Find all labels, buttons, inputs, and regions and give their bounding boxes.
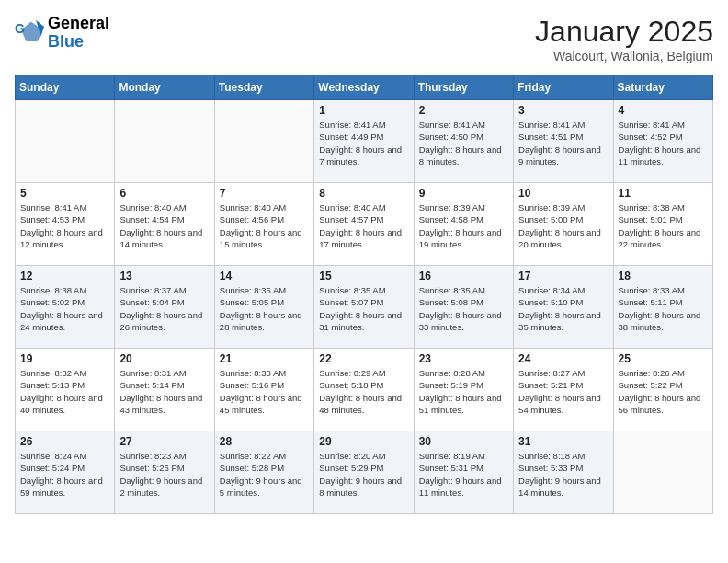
calendar-cell: 8Sunrise: 8:40 AM Sunset: 4:57 PM Daylig… — [314, 183, 414, 266]
day-number: 16 — [419, 270, 508, 282]
location-title: Walcourt, Wallonia, Belgium — [535, 49, 713, 63]
weekday-header-thursday: Thursday — [414, 75, 513, 100]
day-number: 25 — [619, 352, 708, 365]
day-info: Sunrise: 8:41 AM Sunset: 4:52 PM Dayligh… — [619, 119, 708, 167]
day-number: 27 — [119, 435, 209, 448]
day-info: Sunrise: 8:33 AM Sunset: 5:11 PM Dayligh… — [619, 284, 708, 333]
day-number: 19 — [20, 352, 109, 365]
day-info: Sunrise: 8:38 AM Sunset: 5:01 PM Dayligh… — [619, 201, 708, 250]
calendar-cell: 23Sunrise: 8:28 AM Sunset: 5:19 PM Dayli… — [414, 349, 513, 431]
day-number: 17 — [518, 270, 608, 282]
day-number: 30 — [419, 435, 508, 448]
weekday-header-wednesday: Wednesday — [314, 75, 414, 100]
day-number: 24 — [518, 352, 608, 365]
day-info: Sunrise: 8:39 AM Sunset: 5:00 PM Dayligh… — [518, 201, 608, 250]
day-number: 22 — [319, 352, 408, 365]
logo: G General Blue — [15, 15, 109, 52]
day-info: Sunrise: 8:18 AM Sunset: 5:33 PM Dayligh… — [518, 450, 608, 499]
day-number: 8 — [319, 187, 408, 200]
calendar-cell: 4Sunrise: 8:41 AM Sunset: 4:52 PM Daylig… — [613, 100, 712, 183]
calendar-cell: 21Sunrise: 8:30 AM Sunset: 5:16 PM Dayli… — [214, 349, 313, 431]
calendar-cell: 28Sunrise: 8:22 AM Sunset: 5:28 PM Dayli… — [214, 431, 313, 514]
day-number: 2 — [419, 104, 508, 117]
calendar-cell: 15Sunrise: 8:35 AM Sunset: 5:07 PM Dayli… — [314, 266, 414, 349]
month-title: January 2025 — [535, 15, 713, 49]
calendar-cell: 31Sunrise: 8:18 AM Sunset: 5:33 PM Dayli… — [514, 431, 613, 514]
day-info: Sunrise: 8:35 AM Sunset: 5:07 PM Dayligh… — [319, 284, 408, 333]
weekday-header-tuesday: Tuesday — [214, 75, 313, 100]
day-info: Sunrise: 8:40 AM Sunset: 4:57 PM Dayligh… — [319, 201, 408, 250]
calendar-cell: 10Sunrise: 8:39 AM Sunset: 5:00 PM Dayli… — [514, 183, 613, 266]
calendar-cell — [214, 100, 313, 183]
calendar-cell: 14Sunrise: 8:36 AM Sunset: 5:05 PM Dayli… — [214, 266, 313, 349]
calendar-header: SundayMondayTuesdayWednesdayThursdayFrid… — [16, 75, 713, 100]
calendar-cell: 3Sunrise: 8:41 AM Sunset: 4:51 PM Daylig… — [514, 100, 613, 183]
day-number: 7 — [220, 187, 309, 200]
day-number: 13 — [119, 270, 209, 282]
day-info: Sunrise: 8:38 AM Sunset: 5:02 PM Dayligh… — [20, 284, 109, 333]
day-number: 6 — [119, 187, 209, 200]
calendar-cell: 30Sunrise: 8:19 AM Sunset: 5:31 PM Dayli… — [414, 431, 513, 514]
day-info: Sunrise: 8:30 AM Sunset: 5:16 PM Dayligh… — [220, 367, 309, 416]
calendar-cell: 13Sunrise: 8:37 AM Sunset: 5:04 PM Dayli… — [115, 266, 214, 349]
calendar-cell: 25Sunrise: 8:26 AM Sunset: 5:22 PM Dayli… — [613, 349, 712, 431]
day-info: Sunrise: 8:27 AM Sunset: 5:21 PM Dayligh… — [518, 367, 608, 416]
day-info: Sunrise: 8:34 AM Sunset: 5:10 PM Dayligh… — [518, 284, 608, 333]
day-info: Sunrise: 8:26 AM Sunset: 5:22 PM Dayligh… — [619, 367, 708, 416]
calendar-cell: 5Sunrise: 8:41 AM Sunset: 4:53 PM Daylig… — [16, 183, 115, 266]
calendar-cell — [613, 431, 712, 514]
day-number: 9 — [419, 187, 508, 200]
day-info: Sunrise: 8:41 AM Sunset: 4:49 PM Dayligh… — [319, 119, 408, 167]
day-number: 1 — [319, 104, 408, 117]
logo-line1: General — [48, 15, 109, 33]
calendar-cell: 12Sunrise: 8:38 AM Sunset: 5:02 PM Dayli… — [16, 266, 115, 349]
day-number: 23 — [419, 352, 508, 365]
day-number: 3 — [518, 104, 608, 117]
day-number: 11 — [619, 187, 708, 200]
calendar-cell: 29Sunrise: 8:20 AM Sunset: 5:29 PM Dayli… — [314, 431, 414, 514]
calendar-table: SundayMondayTuesdayWednesdayThursdayFrid… — [15, 75, 713, 514]
weekday-header-sunday: Sunday — [16, 75, 115, 100]
calendar-cell: 18Sunrise: 8:33 AM Sunset: 5:11 PM Dayli… — [613, 266, 712, 349]
calendar-cell: 24Sunrise: 8:27 AM Sunset: 5:21 PM Dayli… — [514, 349, 613, 431]
day-info: Sunrise: 8:40 AM Sunset: 4:54 PM Dayligh… — [119, 201, 209, 250]
day-number: 26 — [20, 435, 109, 448]
day-info: Sunrise: 8:22 AM Sunset: 5:28 PM Dayligh… — [220, 450, 309, 499]
day-info: Sunrise: 8:29 AM Sunset: 5:18 PM Dayligh… — [319, 367, 408, 416]
day-number: 14 — [220, 270, 309, 282]
calendar-cell: 17Sunrise: 8:34 AM Sunset: 5:10 PM Dayli… — [514, 266, 613, 349]
day-info: Sunrise: 8:36 AM Sunset: 5:05 PM Dayligh… — [220, 284, 309, 333]
logo-icon: G — [15, 18, 44, 48]
day-info: Sunrise: 8:32 AM Sunset: 5:13 PM Dayligh… — [20, 367, 109, 416]
day-info: Sunrise: 8:35 AM Sunset: 5:08 PM Dayligh… — [419, 284, 508, 333]
day-number: 29 — [319, 435, 408, 448]
day-info: Sunrise: 8:41 AM Sunset: 4:50 PM Dayligh… — [419, 119, 508, 167]
day-info: Sunrise: 8:19 AM Sunset: 5:31 PM Dayligh… — [419, 450, 508, 499]
day-info: Sunrise: 8:37 AM Sunset: 5:04 PM Dayligh… — [119, 284, 209, 333]
day-number: 20 — [119, 352, 209, 365]
day-info: Sunrise: 8:41 AM Sunset: 4:53 PM Dayligh… — [20, 201, 109, 250]
calendar-cell: 26Sunrise: 8:24 AM Sunset: 5:24 PM Dayli… — [16, 431, 115, 514]
day-info: Sunrise: 8:41 AM Sunset: 4:51 PM Dayligh… — [518, 119, 608, 167]
day-number: 31 — [518, 435, 608, 448]
calendar-cell — [16, 100, 115, 183]
calendar-cell: 1Sunrise: 8:41 AM Sunset: 4:49 PM Daylig… — [314, 100, 414, 183]
page-header: G General Blue January 2025 Walcourt, Wa… — [15, 15, 713, 63]
day-number: 12 — [20, 270, 109, 282]
calendar-cell: 16Sunrise: 8:35 AM Sunset: 5:08 PM Dayli… — [414, 266, 513, 349]
weekday-header-monday: Monday — [115, 75, 214, 100]
day-info: Sunrise: 8:24 AM Sunset: 5:24 PM Dayligh… — [20, 450, 109, 499]
day-info: Sunrise: 8:28 AM Sunset: 5:19 PM Dayligh… — [419, 367, 508, 416]
calendar-cell: 9Sunrise: 8:39 AM Sunset: 4:58 PM Daylig… — [414, 183, 513, 266]
calendar-cell: 20Sunrise: 8:31 AM Sunset: 5:14 PM Dayli… — [115, 349, 214, 431]
day-number: 10 — [518, 187, 608, 200]
calendar-cell — [115, 100, 214, 183]
calendar-cell: 27Sunrise: 8:23 AM Sunset: 5:26 PM Dayli… — [115, 431, 214, 514]
day-number: 18 — [619, 270, 708, 282]
day-info: Sunrise: 8:39 AM Sunset: 4:58 PM Dayligh… — [419, 201, 508, 250]
day-info: Sunrise: 8:40 AM Sunset: 4:56 PM Dayligh… — [220, 201, 309, 250]
calendar-cell: 6Sunrise: 8:40 AM Sunset: 4:54 PM Daylig… — [115, 183, 214, 266]
logo-line2: Blue — [48, 33, 109, 52]
day-number: 15 — [319, 270, 408, 282]
weekday-header-saturday: Saturday — [613, 75, 712, 100]
